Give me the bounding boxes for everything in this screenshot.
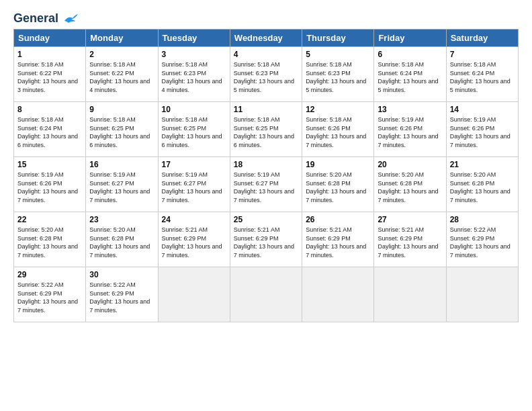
table-row: 12 Sunrise: 5:18 AMSunset: 6:26 PMDaylig… xyxy=(302,102,374,157)
day-number: 28 xyxy=(450,215,515,224)
table-row: 13 Sunrise: 5:19 AMSunset: 6:26 PMDaylig… xyxy=(374,102,446,157)
table-row: 30 Sunrise: 5:22 AMSunset: 6:29 PMDaylig… xyxy=(86,267,158,322)
table-row: 26 Sunrise: 5:21 AMSunset: 6:29 PMDaylig… xyxy=(302,212,374,267)
cell-details: Sunrise: 5:22 AMSunset: 6:29 PMDaylight:… xyxy=(450,226,515,259)
table-row: 14 Sunrise: 5:19 AMSunset: 6:26 PMDaylig… xyxy=(446,102,518,157)
calendar-week-row: 22 Sunrise: 5:20 AMSunset: 6:28 PMDaylig… xyxy=(14,212,519,267)
cell-details: Sunrise: 5:18 AMSunset: 6:22 PMDaylight:… xyxy=(89,60,154,94)
day-number: 20 xyxy=(378,160,442,169)
day-number: 9 xyxy=(89,105,154,114)
cell-details: Sunrise: 5:19 AMSunset: 6:27 PMDaylight:… xyxy=(162,171,226,204)
table-row xyxy=(158,267,230,322)
cell-details: Sunrise: 5:19 AMSunset: 6:26 PMDaylight:… xyxy=(17,171,82,204)
day-number: 30 xyxy=(89,270,154,279)
col-header-thursday: Thursday xyxy=(302,30,374,47)
table-row xyxy=(446,267,518,322)
calendar-week-row: 1 Sunrise: 5:18 AMSunset: 6:22 PMDayligh… xyxy=(14,47,519,102)
day-number: 25 xyxy=(234,215,298,224)
day-number: 16 xyxy=(89,160,154,169)
col-header-tuesday: Tuesday xyxy=(158,30,230,47)
table-row xyxy=(230,267,302,322)
day-number: 10 xyxy=(162,105,226,114)
cell-details: Sunrise: 5:20 AMSunset: 6:28 PMDaylight:… xyxy=(306,171,370,204)
day-number: 15 xyxy=(17,160,82,169)
table-row: 19 Sunrise: 5:20 AMSunset: 6:28 PMDaylig… xyxy=(302,157,374,212)
table-row: 25 Sunrise: 5:21 AMSunset: 6:29 PMDaylig… xyxy=(230,212,302,267)
day-number: 21 xyxy=(450,160,515,169)
day-number: 12 xyxy=(306,105,370,114)
table-row: 20 Sunrise: 5:20 AMSunset: 6:28 PMDaylig… xyxy=(374,157,446,212)
day-number: 14 xyxy=(450,105,515,114)
day-number: 27 xyxy=(378,215,442,224)
table-row: 8 Sunrise: 5:18 AMSunset: 6:24 PMDayligh… xyxy=(14,102,86,157)
table-row: 15 Sunrise: 5:19 AMSunset: 6:26 PMDaylig… xyxy=(14,157,86,212)
cell-details: Sunrise: 5:18 AMSunset: 6:23 PMDaylight:… xyxy=(234,60,298,94)
calendar-week-row: 29 Sunrise: 5:22 AMSunset: 6:29 PMDaylig… xyxy=(14,267,519,322)
col-header-sunday: Sunday xyxy=(14,30,86,47)
table-row: 2 Sunrise: 5:18 AMSunset: 6:22 PMDayligh… xyxy=(86,47,158,102)
calendar-week-row: 8 Sunrise: 5:18 AMSunset: 6:24 PMDayligh… xyxy=(14,102,519,157)
day-number: 3 xyxy=(162,50,226,59)
table-row: 27 Sunrise: 5:21 AMSunset: 6:29 PMDaylig… xyxy=(374,212,446,267)
day-number: 5 xyxy=(306,50,370,59)
cell-details: Sunrise: 5:18 AMSunset: 6:24 PMDaylight:… xyxy=(378,60,442,94)
day-number: 23 xyxy=(89,215,154,224)
cell-details: Sunrise: 5:18 AMSunset: 6:23 PMDaylight:… xyxy=(306,60,370,94)
calendar: SundayMondayTuesdayWednesdayThursdayFrid… xyxy=(13,29,519,322)
day-number: 24 xyxy=(162,215,226,224)
cell-details: Sunrise: 5:22 AMSunset: 6:29 PMDaylight:… xyxy=(89,281,154,314)
day-number: 6 xyxy=(378,50,442,59)
cell-details: Sunrise: 5:21 AMSunset: 6:29 PMDaylight:… xyxy=(234,226,298,259)
day-number: 29 xyxy=(17,270,82,279)
cell-details: Sunrise: 5:20 AMSunset: 6:28 PMDaylight:… xyxy=(450,171,515,204)
day-number: 4 xyxy=(234,50,298,59)
table-row: 29 Sunrise: 5:22 AMSunset: 6:29 PMDaylig… xyxy=(14,267,86,322)
logo-text: General xyxy=(13,12,78,25)
cell-details: Sunrise: 5:22 AMSunset: 6:29 PMDaylight:… xyxy=(17,281,82,314)
cell-details: Sunrise: 5:19 AMSunset: 6:26 PMDaylight:… xyxy=(378,116,442,149)
table-row: 16 Sunrise: 5:19 AMSunset: 6:27 PMDaylig… xyxy=(86,157,158,212)
table-row: 24 Sunrise: 5:21 AMSunset: 6:29 PMDaylig… xyxy=(158,212,230,267)
cell-details: Sunrise: 5:21 AMSunset: 6:29 PMDaylight:… xyxy=(162,226,226,259)
col-header-saturday: Saturday xyxy=(446,30,518,47)
cell-details: Sunrise: 5:18 AMSunset: 6:26 PMDaylight:… xyxy=(306,116,370,149)
day-number: 1 xyxy=(17,50,82,59)
table-row: 1 Sunrise: 5:18 AMSunset: 6:22 PMDayligh… xyxy=(14,47,86,102)
cell-details: Sunrise: 5:18 AMSunset: 6:23 PMDaylight:… xyxy=(162,60,226,94)
cell-details: Sunrise: 5:19 AMSunset: 6:26 PMDaylight:… xyxy=(450,116,515,149)
table-row: 18 Sunrise: 5:19 AMSunset: 6:27 PMDaylig… xyxy=(230,157,302,212)
table-row: 9 Sunrise: 5:18 AMSunset: 6:25 PMDayligh… xyxy=(86,102,158,157)
day-number: 11 xyxy=(234,105,298,114)
table-row: 11 Sunrise: 5:18 AMSunset: 6:25 PMDaylig… xyxy=(230,102,302,157)
table-row: 21 Sunrise: 5:20 AMSunset: 6:28 PMDaylig… xyxy=(446,157,518,212)
col-header-monday: Monday xyxy=(86,30,158,47)
day-number: 26 xyxy=(306,215,370,224)
cell-details: Sunrise: 5:18 AMSunset: 6:22 PMDaylight:… xyxy=(17,60,82,94)
table-row xyxy=(374,267,446,322)
day-number: 7 xyxy=(450,50,515,59)
calendar-week-row: 15 Sunrise: 5:19 AMSunset: 6:26 PMDaylig… xyxy=(14,157,519,212)
day-number: 22 xyxy=(17,215,82,224)
page: General SundayMondayTuesdayWednesdayThur… xyxy=(0,0,532,411)
table-row: 23 Sunrise: 5:20 AMSunset: 6:28 PMDaylig… xyxy=(86,212,158,267)
table-row: 4 Sunrise: 5:18 AMSunset: 6:23 PMDayligh… xyxy=(230,47,302,102)
cell-details: Sunrise: 5:18 AMSunset: 6:25 PMDaylight:… xyxy=(162,116,226,149)
table-row: 10 Sunrise: 5:18 AMSunset: 6:25 PMDaylig… xyxy=(158,102,230,157)
logo: General xyxy=(13,12,78,25)
day-number: 19 xyxy=(306,160,370,169)
day-number: 18 xyxy=(234,160,298,169)
cell-details: Sunrise: 5:20 AMSunset: 6:28 PMDaylight:… xyxy=(89,226,154,259)
cell-details: Sunrise: 5:18 AMSunset: 6:25 PMDaylight:… xyxy=(234,116,298,149)
day-number: 17 xyxy=(162,160,226,169)
table-row: 28 Sunrise: 5:22 AMSunset: 6:29 PMDaylig… xyxy=(446,212,518,267)
table-row: 3 Sunrise: 5:18 AMSunset: 6:23 PMDayligh… xyxy=(158,47,230,102)
table-row: 5 Sunrise: 5:18 AMSunset: 6:23 PMDayligh… xyxy=(302,47,374,102)
day-number: 8 xyxy=(17,105,82,114)
day-number: 13 xyxy=(378,105,442,114)
cell-details: Sunrise: 5:21 AMSunset: 6:29 PMDaylight:… xyxy=(378,226,442,259)
logo-bird-icon xyxy=(63,13,78,25)
calendar-header-row: SundayMondayTuesdayWednesdayThursdayFrid… xyxy=(14,30,519,47)
cell-details: Sunrise: 5:18 AMSunset: 6:24 PMDaylight:… xyxy=(450,60,515,94)
header: General xyxy=(13,12,519,25)
col-header-friday: Friday xyxy=(374,30,446,47)
